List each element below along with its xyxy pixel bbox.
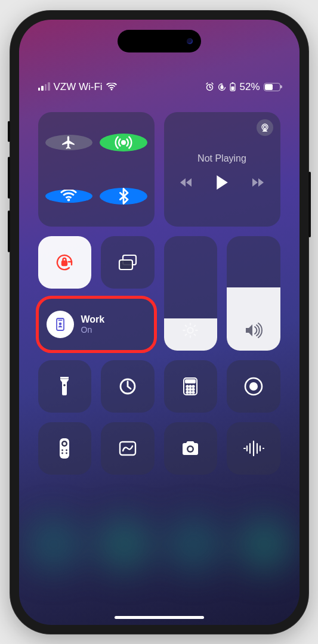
svg-point-28 [190, 391, 192, 393]
wifi-icon [106, 83, 117, 91]
svg-point-6 [122, 141, 125, 144]
svg-point-12 [188, 327, 193, 333]
brightness-icon [164, 322, 218, 339]
svg-point-24 [187, 388, 189, 390]
timer-button[interactable] [101, 360, 155, 413]
forward-button[interactable] [250, 177, 264, 188]
svg-point-31 [249, 382, 258, 391]
svg-point-23 [193, 385, 194, 387]
battery-saver-icon [230, 82, 236, 91]
wifi-button[interactable] [45, 190, 93, 203]
volume-slider[interactable] [227, 236, 280, 351]
shazam-button[interactable] [227, 422, 280, 475]
airplay-button[interactable] [257, 119, 273, 136]
svg-point-25 [190, 388, 192, 390]
rewind-button[interactable] [180, 177, 194, 188]
svg-point-41 [189, 447, 193, 451]
bluetooth-button[interactable] [100, 188, 147, 205]
svg-point-15 [58, 322, 61, 325]
power-button [308, 172, 311, 237]
focus-text: Work On [81, 314, 105, 335]
svg-rect-5 [231, 86, 234, 90]
front-camera-icon [187, 38, 193, 44]
screen-mirroring-button[interactable] [101, 236, 155, 289]
media-controls [180, 175, 264, 190]
svg-point-38 [66, 452, 67, 454]
media-tile[interactable]: Not Playing [164, 112, 280, 227]
orientation-lock-icon [218, 83, 226, 91]
svg-point-26 [193, 388, 194, 390]
camera-button[interactable] [164, 422, 218, 475]
play-button[interactable] [215, 175, 229, 190]
focus-state: On [81, 325, 105, 335]
focus-name: Work [81, 314, 105, 325]
calculator-button[interactable] [164, 360, 218, 413]
screen: VZW Wi-Fi 52% [19, 20, 300, 625]
screen-record-button[interactable] [227, 360, 280, 413]
airplane-mode-button[interactable] [45, 135, 93, 150]
svg-point-34 [63, 442, 66, 445]
apple-tv-remote-button[interactable] [38, 422, 92, 475]
svg-rect-14 [58, 320, 62, 321]
volume-icon [227, 322, 280, 339]
svg-rect-17 [60, 378, 69, 379]
carrier-label: VZW Wi-Fi [54, 81, 103, 93]
focus-tile[interactable]: Work On [38, 298, 155, 351]
svg-rect-9 [62, 261, 67, 265]
brightness-slider[interactable] [164, 236, 218, 351]
focus-badge-icon [47, 311, 74, 338]
battery-icon [264, 83, 280, 91]
control-center: Not Playing [38, 112, 280, 475]
svg-point-37 [61, 452, 63, 454]
status-bar: VZW Wi-Fi 52% [19, 79, 300, 95]
dynamic-island [118, 30, 201, 52]
status-right: 52% [205, 79, 280, 95]
svg-rect-11 [119, 260, 132, 270]
svg-point-35 [61, 449, 63, 451]
orientation-lock-button[interactable] [38, 236, 92, 289]
svg-point-29 [193, 391, 194, 393]
volume-up-button [8, 157, 10, 199]
wallpaper-blobs [19, 518, 300, 589]
alarm-icon [205, 82, 214, 91]
svg-point-22 [190, 385, 192, 387]
status-left: VZW Wi-Fi [38, 79, 117, 95]
svg-point-27 [187, 391, 189, 393]
flashlight-button[interactable] [38, 360, 92, 413]
connectivity-tile[interactable] [38, 112, 155, 227]
home-indicator[interactable] [115, 616, 204, 619]
battery-percent: 52% [239, 81, 260, 93]
cellular-signal-icon [38, 83, 50, 91]
svg-rect-4 [232, 82, 234, 83]
phone-frame: VZW Wi-Fi 52% [10, 11, 308, 634]
media-title: Not Playing [197, 148, 246, 164]
svg-point-21 [187, 385, 189, 387]
svg-point-16 [63, 384, 66, 386]
svg-point-8 [263, 125, 266, 128]
svg-rect-2 [221, 86, 223, 89]
cellular-data-button[interactable] [100, 134, 147, 151]
mute-switch [8, 121, 10, 142]
volume-down-button [8, 210, 10, 252]
freeform-button[interactable] [101, 422, 155, 475]
svg-rect-20 [186, 380, 195, 383]
svg-point-36 [66, 449, 67, 451]
